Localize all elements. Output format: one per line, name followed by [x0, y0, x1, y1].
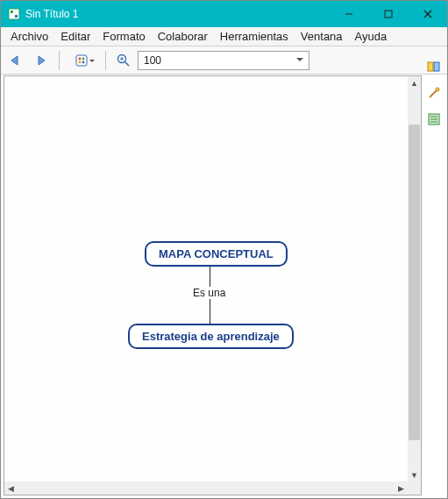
tools-icon	[426, 60, 442, 74]
menu-ventana[interactable]: Ventana	[295, 28, 349, 45]
style-dropdown-button[interactable]	[67, 50, 98, 71]
zoom-combobox[interactable]: 100	[138, 51, 309, 70]
back-button[interactable]	[6, 50, 27, 71]
svg-rect-9	[76, 55, 87, 66]
menu-archivo[interactable]: Archivo	[4, 28, 54, 45]
menu-bar: Archivo Editar Formato Colaborar Herrami…	[1, 27, 447, 46]
svg-marker-7	[11, 56, 18, 65]
title-bar: Sin Título 1	[1, 1, 447, 27]
menu-herramientas[interactable]: Herramientas	[214, 28, 295, 45]
toolbar: 100	[1, 46, 447, 75]
concept-node-1[interactable]: MAPA CONCEPTUAL	[145, 241, 288, 267]
scroll-thumb[interactable]	[409, 125, 420, 440]
window-title: Sin Título 1	[25, 8, 78, 20]
svg-line-15	[125, 61, 130, 66]
side-tool-1[interactable]	[423, 56, 444, 77]
minimize-button[interactable]	[329, 1, 368, 27]
svg-point-21	[436, 88, 439, 91]
style-palette-icon	[75, 53, 90, 68]
forward-arrow-icon	[34, 54, 48, 67]
svg-rect-19	[434, 62, 439, 71]
scroll-down-button[interactable]: ▼	[408, 468, 421, 481]
toolbar-separator	[105, 51, 106, 70]
concept-node-1-label: MAPA CONCEPTUAL	[159, 247, 274, 260]
scroll-corner	[408, 481, 421, 495]
svg-rect-4	[385, 11, 392, 18]
concept-node-2[interactable]: Estrategia de aprendizaje	[128, 324, 294, 349]
forward-button[interactable]	[31, 50, 52, 71]
menu-editar[interactable]: Editar	[54, 28, 96, 45]
svg-rect-1	[11, 11, 13, 13]
svg-marker-8	[39, 56, 45, 65]
list-icon	[427, 112, 441, 126]
menu-ayuda[interactable]: Ayuda	[349, 28, 394, 45]
scroll-track[interactable]	[408, 89, 421, 468]
maximize-button[interactable]	[368, 1, 408, 27]
app-icon	[8, 8, 20, 20]
scroll-up-button[interactable]: ▲	[408, 76, 421, 89]
menu-formato[interactable]: Formato	[96, 28, 151, 45]
vertical-scrollbar[interactable]: ▲ ▼	[408, 76, 421, 481]
svg-rect-0	[9, 9, 19, 19]
svg-rect-2	[15, 15, 18, 18]
scroll-track[interactable]	[18, 481, 395, 495]
zoom-tool-button[interactable]	[113, 50, 134, 71]
side-tool-2[interactable]	[423, 82, 444, 103]
side-toolbar	[423, 51, 444, 130]
horizontal-scrollbar[interactable]: ◀ ▶	[4, 481, 408, 495]
back-arrow-icon	[10, 54, 24, 67]
close-button[interactable]	[408, 1, 447, 27]
toolbar-separator	[59, 51, 60, 70]
magnifier-plus-icon	[117, 53, 131, 68]
concept-node-2-label: Estrategia de aprendizaje	[142, 330, 280, 343]
side-tool-3[interactable]	[423, 109, 444, 130]
svg-point-12	[79, 61, 82, 63]
svg-point-11	[82, 57, 85, 60]
scroll-left-button[interactable]: ◀	[4, 481, 18, 495]
zoom-value: 100	[144, 54, 161, 67]
wand-icon	[427, 86, 441, 100]
svg-point-13	[82, 61, 85, 63]
svg-rect-18	[428, 62, 433, 71]
svg-point-10	[79, 57, 82, 60]
canvas[interactable]: MAPA CONCEPTUAL Es una Estrategia de apr…	[4, 76, 408, 481]
menu-colaborar[interactable]: Colaborar	[152, 28, 214, 45]
concept-link-label[interactable]: Es una	[191, 287, 227, 299]
scroll-right-button[interactable]: ▶	[395, 481, 408, 495]
document-area: MAPA CONCEPTUAL Es una Estrategia de apr…	[4, 75, 422, 495]
chevron-down-icon	[296, 58, 303, 65]
